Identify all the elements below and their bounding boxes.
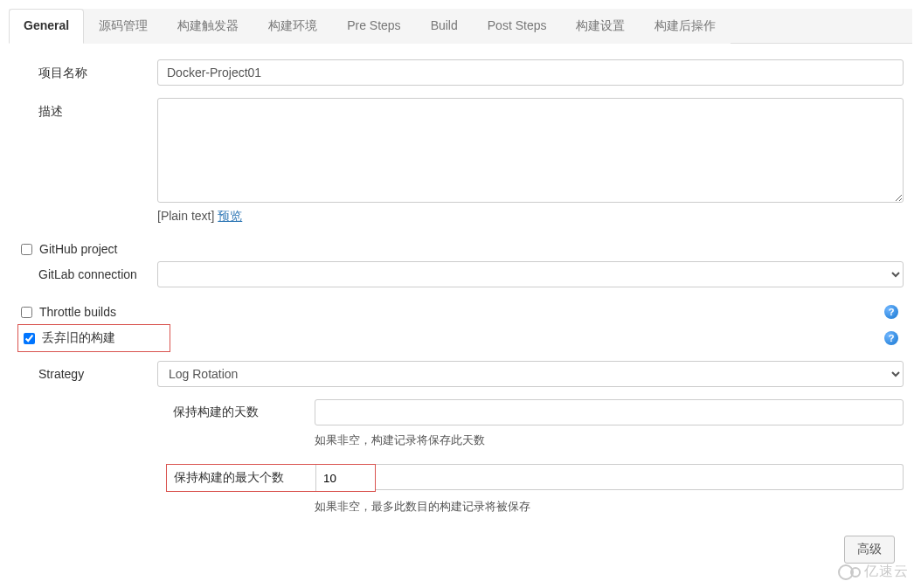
- gitlab-connection-row: GitLab connection: [17, 261, 904, 287]
- throttle-builds-row: Throttle builds ?: [17, 300, 904, 324]
- max-builds-input-rest[interactable]: [376, 464, 904, 490]
- strategy-select[interactable]: Log Rotation: [157, 361, 904, 387]
- discard-old-builds-row: 丢弃旧的构建: [17, 324, 170, 352]
- days-to-keep-hint: 如果非空，构建记录将保存此天数: [315, 432, 904, 448]
- discard-old-builds-checkbox[interactable]: [24, 333, 35, 344]
- general-section: 项目名称 描述 [Plain text] 预览 GitHub project G…: [9, 44, 912, 578]
- tab-scm[interactable]: 源码管理: [84, 9, 163, 44]
- days-to-keep-label: 保持构建的天数: [166, 399, 315, 425]
- max-builds-hint: 如果非空，最多此数目的构建记录将被保存: [315, 499, 904, 515]
- description-format-text: [Plain text]: [157, 209, 214, 223]
- max-builds-label: 保持构建的最大个数: [167, 465, 315, 491]
- tab-build-settings[interactable]: 构建设置: [561, 9, 640, 44]
- advanced-button[interactable]: 高级: [844, 536, 895, 564]
- tab-post-build-actions[interactable]: 构建后操作: [640, 9, 731, 44]
- tab-build-triggers[interactable]: 构建触发器: [163, 9, 253, 44]
- strategy-label: Strategy: [35, 361, 157, 381]
- project-name-row: 项目名称: [17, 59, 904, 86]
- description-label: 描述: [35, 98, 157, 120]
- github-project-row: GitHub project: [17, 237, 904, 261]
- throttle-builds-label: Throttle builds: [39, 305, 116, 319]
- log-rotation-settings: 保持构建的天数 如果非空，构建记录将保存此天数 保持构建的最大个数 如果非空，最…: [17, 399, 904, 515]
- project-name-input[interactable]: [157, 59, 904, 86]
- days-to-keep-row: 保持构建的天数: [166, 399, 904, 425]
- description-footer: [Plain text] 预览: [157, 209, 904, 225]
- strategy-row: Strategy Log Rotation: [17, 361, 904, 387]
- config-form: General 源码管理 构建触发器 构建环境 Pre Steps Build …: [0, 0, 921, 586]
- tab-general[interactable]: General: [9, 9, 84, 44]
- config-tabs: General 源码管理 构建触发器 构建环境 Pre Steps Build …: [9, 9, 912, 44]
- gitlab-connection-label: GitLab connection: [35, 261, 157, 281]
- help-icon[interactable]: ?: [884, 305, 898, 319]
- tab-build-env[interactable]: 构建环境: [253, 9, 332, 44]
- discard-old-builds-label: 丢弃旧的构建: [42, 330, 115, 346]
- github-project-checkbox[interactable]: [21, 244, 32, 255]
- advanced-bar: 高级: [17, 530, 904, 569]
- watermark: 亿速云: [838, 563, 909, 581]
- help-icon[interactable]: ?: [884, 331, 898, 345]
- description-preview-link[interactable]: 预览: [218, 209, 242, 223]
- watermark-text: 亿速云: [864, 563, 909, 581]
- description-row: 描述 [Plain text] 预览: [17, 98, 904, 225]
- github-project-label: GitHub project: [39, 242, 117, 256]
- description-textarea[interactable]: [157, 98, 904, 203]
- tab-post-steps[interactable]: Post Steps: [473, 9, 562, 44]
- throttle-builds-checkbox[interactable]: [21, 307, 32, 318]
- max-builds-input-visible[interactable]: [315, 465, 364, 491]
- days-to-keep-input[interactable]: [315, 399, 904, 425]
- project-name-label: 项目名称: [35, 59, 157, 81]
- max-builds-row: 保持构建的最大个数: [166, 464, 904, 492]
- tab-build[interactable]: Build: [416, 9, 473, 44]
- watermark-icon: [838, 564, 854, 580]
- tab-pre-steps[interactable]: Pre Steps: [332, 9, 415, 44]
- gitlab-connection-select[interactable]: [157, 261, 904, 287]
